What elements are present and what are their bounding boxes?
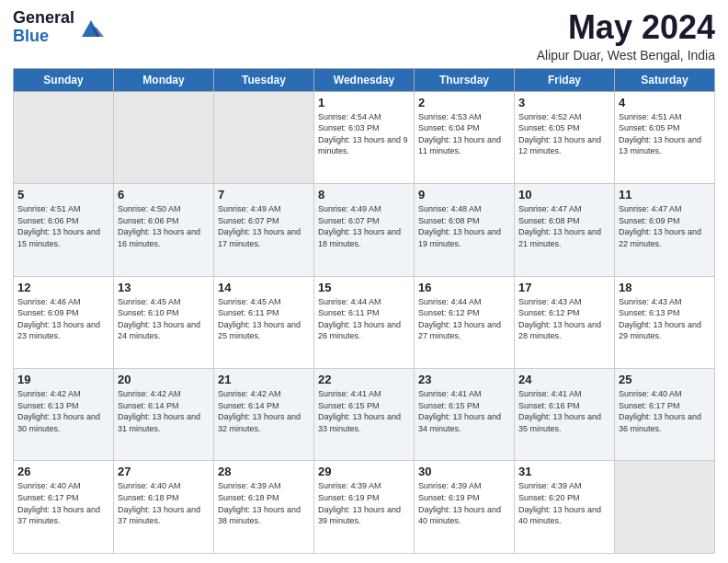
day-info: Sunrise: 4:47 AMSunset: 6:09 PMDaylight:… <box>619 203 711 249</box>
header-row: SundayMondayTuesdayWednesdayThursdayFrid… <box>14 68 715 91</box>
day-header-sunday: Sunday <box>14 68 114 91</box>
page: General Blue May 2024 Alipur Duar, West … <box>0 0 728 563</box>
day-info: Sunrise: 4:54 AMSunset: 6:03 PMDaylight:… <box>318 111 410 157</box>
calendar-cell: 16Sunrise: 4:44 AMSunset: 6:12 PMDayligh… <box>415 276 515 368</box>
calendar-cell: 25Sunrise: 4:40 AMSunset: 6:17 PMDayligh… <box>615 369 715 461</box>
day-header-friday: Friday <box>515 68 615 91</box>
day-number: 21 <box>218 373 310 386</box>
day-info: Sunrise: 4:42 AMSunset: 6:14 PMDaylight:… <box>218 388 310 434</box>
day-number: 1 <box>318 96 410 109</box>
day-number: 8 <box>318 188 410 201</box>
calendar-cell: 7Sunrise: 4:49 AMSunset: 6:07 PMDaylight… <box>214 184 314 276</box>
day-info: Sunrise: 4:46 AMSunset: 6:09 PMDaylight:… <box>17 296 109 342</box>
logo-blue: Blue <box>13 28 74 46</box>
calendar-cell: 4Sunrise: 4:51 AMSunset: 6:05 PMDaylight… <box>615 91 715 183</box>
day-info: Sunrise: 4:39 AMSunset: 6:19 PMDaylight:… <box>318 480 410 526</box>
logo-icon <box>78 15 104 40</box>
day-number: 5 <box>17 188 109 201</box>
day-info: Sunrise: 4:41 AMSunset: 6:15 PMDaylight:… <box>418 388 510 434</box>
calendar-cell: 31Sunrise: 4:39 AMSunset: 6:20 PMDayligh… <box>515 461 615 554</box>
calendar-cell: 19Sunrise: 4:42 AMSunset: 6:13 PMDayligh… <box>14 369 114 461</box>
day-header-wednesday: Wednesday <box>314 68 415 91</box>
calendar-cell: 2Sunrise: 4:53 AMSunset: 6:04 PMDaylight… <box>415 91 515 183</box>
title-block: May 2024 Alipur Duar, West Bengal, India <box>537 9 715 63</box>
calendar-cell: 8Sunrise: 4:49 AMSunset: 6:07 PMDaylight… <box>314 184 415 276</box>
day-number: 3 <box>518 96 610 109</box>
calendar-cell <box>214 91 314 183</box>
week-row-3: 12Sunrise: 4:46 AMSunset: 6:09 PMDayligh… <box>14 276 715 368</box>
day-number: 6 <box>118 188 210 201</box>
month-title: May 2024 <box>537 9 715 46</box>
day-number: 2 <box>418 96 510 109</box>
day-number: 22 <box>318 373 410 386</box>
day-number: 30 <box>418 465 510 478</box>
day-number: 10 <box>518 188 610 201</box>
day-info: Sunrise: 4:53 AMSunset: 6:04 PMDaylight:… <box>418 111 510 157</box>
day-info: Sunrise: 4:43 AMSunset: 6:12 PMDaylight:… <box>518 296 610 342</box>
day-number: 14 <box>218 281 310 294</box>
day-number: 15 <box>318 281 410 294</box>
day-number: 18 <box>619 281 711 294</box>
day-info: Sunrise: 4:42 AMSunset: 6:14 PMDaylight:… <box>118 388 210 434</box>
day-number: 31 <box>518 465 610 478</box>
calendar-cell: 14Sunrise: 4:45 AMSunset: 6:11 PMDayligh… <box>214 276 314 368</box>
week-row-5: 26Sunrise: 4:40 AMSunset: 6:17 PMDayligh… <box>14 461 715 554</box>
calendar-cell: 22Sunrise: 4:41 AMSunset: 6:15 PMDayligh… <box>314 369 415 461</box>
day-number: 25 <box>619 373 711 386</box>
calendar-cell: 26Sunrise: 4:40 AMSunset: 6:17 PMDayligh… <box>14 461 114 554</box>
calendar-cell: 17Sunrise: 4:43 AMSunset: 6:12 PMDayligh… <box>515 276 615 368</box>
calendar-cell: 9Sunrise: 4:48 AMSunset: 6:08 PMDaylight… <box>415 184 515 276</box>
day-number: 11 <box>619 188 711 201</box>
day-number: 24 <box>518 373 610 386</box>
calendar-cell: 1Sunrise: 4:54 AMSunset: 6:03 PMDaylight… <box>314 91 415 183</box>
calendar-cell <box>14 91 114 183</box>
day-header-saturday: Saturday <box>615 68 715 91</box>
day-info: Sunrise: 4:44 AMSunset: 6:11 PMDaylight:… <box>318 296 410 342</box>
day-number: 20 <box>118 373 210 386</box>
calendar-cell: 28Sunrise: 4:39 AMSunset: 6:18 PMDayligh… <box>214 461 314 554</box>
calendar-cell: 11Sunrise: 4:47 AMSunset: 6:09 PMDayligh… <box>615 184 715 276</box>
calendar-cell: 3Sunrise: 4:52 AMSunset: 6:05 PMDaylight… <box>515 91 615 183</box>
calendar-cell: 29Sunrise: 4:39 AMSunset: 6:19 PMDayligh… <box>314 461 415 554</box>
calendar-cell <box>114 91 214 183</box>
day-number: 9 <box>418 188 510 201</box>
calendar-cell: 5Sunrise: 4:51 AMSunset: 6:06 PMDaylight… <box>14 184 114 276</box>
day-number: 23 <box>418 373 510 386</box>
calendar-cell: 12Sunrise: 4:46 AMSunset: 6:09 PMDayligh… <box>14 276 114 368</box>
day-info: Sunrise: 4:52 AMSunset: 6:05 PMDaylight:… <box>518 111 610 157</box>
week-row-2: 5Sunrise: 4:51 AMSunset: 6:06 PMDaylight… <box>14 184 715 276</box>
day-info: Sunrise: 4:44 AMSunset: 6:12 PMDaylight:… <box>418 296 510 342</box>
day-info: Sunrise: 4:41 AMSunset: 6:16 PMDaylight:… <box>518 388 610 434</box>
day-number: 28 <box>218 465 310 478</box>
day-info: Sunrise: 4:42 AMSunset: 6:13 PMDaylight:… <box>17 388 109 434</box>
calendar-cell: 21Sunrise: 4:42 AMSunset: 6:14 PMDayligh… <box>214 369 314 461</box>
day-header-thursday: Thursday <box>415 68 515 91</box>
calendar-cell: 27Sunrise: 4:40 AMSunset: 6:18 PMDayligh… <box>114 461 214 554</box>
day-number: 17 <box>518 281 610 294</box>
day-number: 7 <box>218 188 310 201</box>
day-info: Sunrise: 4:48 AMSunset: 6:08 PMDaylight:… <box>418 203 510 249</box>
day-info: Sunrise: 4:41 AMSunset: 6:15 PMDaylight:… <box>318 388 410 434</box>
week-row-1: 1Sunrise: 4:54 AMSunset: 6:03 PMDaylight… <box>14 91 715 183</box>
day-info: Sunrise: 4:39 AMSunset: 6:18 PMDaylight:… <box>218 480 310 526</box>
day-number: 4 <box>619 96 711 109</box>
day-info: Sunrise: 4:39 AMSunset: 6:20 PMDaylight:… <box>518 480 610 526</box>
day-number: 29 <box>318 465 410 478</box>
logo: General Blue <box>13 9 104 46</box>
day-number: 19 <box>17 373 109 386</box>
day-info: Sunrise: 4:39 AMSunset: 6:19 PMDaylight:… <box>418 480 510 526</box>
day-info: Sunrise: 4:43 AMSunset: 6:13 PMDaylight:… <box>619 296 711 342</box>
calendar-cell: 30Sunrise: 4:39 AMSunset: 6:19 PMDayligh… <box>415 461 515 554</box>
calendar-cell: 6Sunrise: 4:50 AMSunset: 6:06 PMDaylight… <box>114 184 214 276</box>
calendar-cell: 18Sunrise: 4:43 AMSunset: 6:13 PMDayligh… <box>615 276 715 368</box>
week-row-4: 19Sunrise: 4:42 AMSunset: 6:13 PMDayligh… <box>14 369 715 461</box>
logo-text: General Blue <box>13 9 74 46</box>
day-number: 27 <box>118 465 210 478</box>
calendar-table: SundayMondayTuesdayWednesdayThursdayFrid… <box>13 68 715 554</box>
day-header-tuesday: Tuesday <box>214 68 314 91</box>
day-info: Sunrise: 4:51 AMSunset: 6:05 PMDaylight:… <box>619 111 711 157</box>
day-info: Sunrise: 4:50 AMSunset: 6:06 PMDaylight:… <box>118 203 210 249</box>
calendar-cell: 20Sunrise: 4:42 AMSunset: 6:14 PMDayligh… <box>114 369 214 461</box>
day-number: 26 <box>17 465 109 478</box>
day-number: 12 <box>17 281 109 294</box>
